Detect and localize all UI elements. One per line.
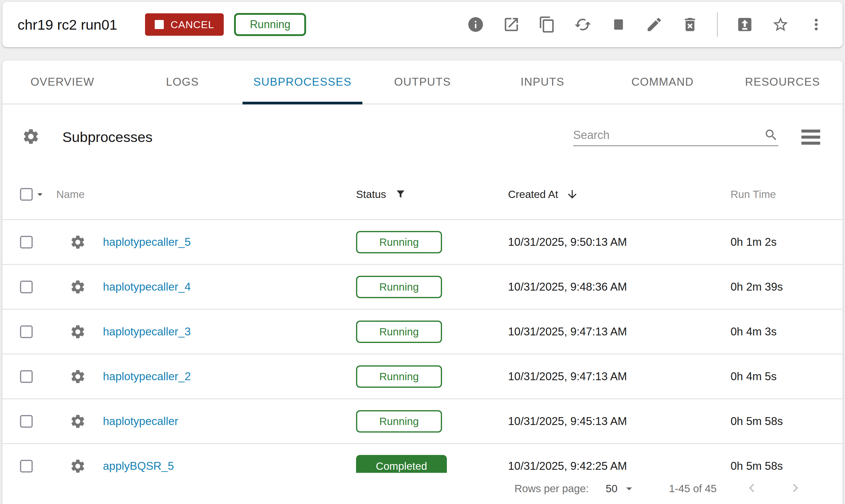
- process-title: chr19 rc2 run01: [18, 16, 117, 33]
- pagination-bar: Rows per page: 50 1-45 of 45: [2, 473, 843, 504]
- row-checkbox[interactable]: [20, 236, 33, 249]
- filter-icon[interactable]: [395, 189, 406, 200]
- row-status-badge: Running: [356, 321, 442, 343]
- row-run-time: 0h 5m 58s: [731, 460, 783, 472]
- table-row[interactable]: haplotypecaller_5 Running 10/31/2025, 9:…: [2, 220, 843, 265]
- chevron-right-icon: [787, 480, 804, 497]
- status-badge-label: Running: [250, 18, 290, 31]
- search-input[interactable]: [573, 129, 764, 142]
- stop-icon: [155, 20, 164, 29]
- row-checkbox[interactable]: [20, 415, 33, 428]
- star-icon[interactable]: [772, 16, 789, 33]
- row-created-at: 10/31/2025, 9:42:25 AM: [508, 460, 627, 472]
- row-status-badge: Running: [356, 231, 442, 253]
- process-gear-icon: [70, 324, 86, 340]
- tab-logs[interactable]: LOGS: [122, 60, 242, 104]
- refresh-icon[interactable]: [574, 16, 592, 33]
- status-badge: Running: [234, 13, 306, 36]
- subprocesses-panel: OVERVIEW LOGS SUBPROCESSES OUTPUTS INPUT…: [2, 60, 843, 504]
- process-header-bar: chr19 rc2 run01 CANCEL Running: [2, 2, 843, 47]
- row-status-badge: Running: [356, 276, 442, 298]
- row-created-at: 10/31/2025, 9:47:13 AM: [508, 325, 627, 338]
- more-vert-icon[interactable]: [807, 16, 825, 33]
- process-name-link[interactable]: applyBQSR_5: [103, 460, 174, 472]
- column-header-name[interactable]: Name: [56, 188, 85, 200]
- row-run-time: 0h 2m 39s: [731, 281, 783, 293]
- cancel-button-label: CANCEL: [170, 19, 214, 31]
- rows-per-page-value: 50: [606, 483, 617, 494]
- copy-icon[interactable]: [538, 16, 556, 33]
- tab-resources[interactable]: RESOURCES: [723, 60, 843, 104]
- row-checkbox[interactable]: [20, 325, 33, 338]
- row-status-badge: Completed: [356, 455, 447, 473]
- row-status-badge: Running: [356, 365, 442, 388]
- header-action-toolbar: [467, 13, 825, 37]
- sort-desc-icon[interactable]: [566, 188, 579, 201]
- table-row[interactable]: haplotypecaller_3 Running 10/31/2025, 9:…: [2, 310, 843, 355]
- edit-icon[interactable]: [646, 16, 663, 33]
- tab-overview[interactable]: OVERVIEW: [2, 60, 122, 104]
- table-row[interactable]: applyBQSR_5 Completed 10/31/2025, 9:42:2…: [2, 444, 843, 473]
- row-created-at: 10/31/2025, 9:47:13 AM: [508, 370, 627, 383]
- row-created-at: 10/31/2025, 9:45:13 AM: [508, 415, 627, 428]
- toolbar-divider: [717, 13, 718, 37]
- rows-per-page-select[interactable]: 50: [606, 482, 636, 496]
- process-name-link[interactable]: haplotypecaller: [103, 415, 178, 428]
- row-checkbox[interactable]: [20, 460, 33, 472]
- next-page-button[interactable]: [787, 480, 804, 497]
- process-name-link[interactable]: haplotypecaller_5: [103, 236, 191, 249]
- row-status-badge: Running: [356, 410, 442, 433]
- chevron-left-icon: [743, 480, 760, 497]
- column-header-created-at[interactable]: Created At: [508, 188, 558, 200]
- table-body: haplotypecaller_5 Running 10/31/2025, 9:…: [2, 220, 843, 473]
- subprocesses-toolbar: Subprocesses: [2, 104, 843, 169]
- column-header-status[interactable]: Status: [356, 188, 386, 200]
- row-created-at: 10/31/2025, 9:48:36 AM: [508, 281, 627, 293]
- row-created-at: 10/31/2025, 9:50:13 AM: [508, 236, 627, 249]
- hamburger-menu-icon[interactable]: [802, 129, 820, 145]
- upload-icon[interactable]: [736, 16, 754, 33]
- table-row[interactable]: haplotypecaller_2 Running 10/31/2025, 9:…: [2, 355, 843, 399]
- tab-outputs[interactable]: OUTPUTS: [362, 60, 482, 104]
- cancel-button[interactable]: CANCEL: [145, 13, 224, 36]
- previous-page-button[interactable]: [743, 480, 760, 497]
- tab-command[interactable]: COMMAND: [603, 60, 722, 104]
- table-header-row: Name Status Created At Run Time: [2, 169, 843, 220]
- row-checkbox[interactable]: [20, 281, 33, 293]
- tab-subprocesses[interactable]: SUBPROCESSES: [242, 60, 362, 104]
- process-gear-icon: [70, 458, 86, 473]
- process-gear-icon: [70, 279, 86, 295]
- row-checkbox[interactable]: [20, 370, 33, 383]
- search-icon[interactable]: [764, 128, 778, 142]
- search-box: [573, 128, 778, 146]
- row-run-time: 0h 4m 5s: [731, 370, 777, 383]
- table-row[interactable]: haplotypecaller Running 10/31/2025, 9:45…: [2, 399, 843, 444]
- select-all-caret-icon[interactable]: [34, 188, 46, 200]
- rows-per-page-label: Rows per page:: [515, 483, 589, 494]
- tab-inputs[interactable]: INPUTS: [483, 60, 603, 104]
- process-gear-icon: [70, 234, 86, 250]
- process-name-link[interactable]: haplotypecaller_3: [103, 325, 191, 338]
- row-run-time: 0h 4m 3s: [731, 325, 777, 338]
- pagination-range-label: 1-45 of 45: [669, 483, 717, 494]
- process-gear-icon: [70, 368, 86, 385]
- row-run-time: 0h 5m 58s: [731, 415, 783, 428]
- section-title: Subprocesses: [62, 129, 152, 145]
- delete-icon[interactable]: [681, 16, 699, 33]
- process-name-link[interactable]: haplotypecaller_2: [103, 370, 191, 383]
- process-name-link[interactable]: haplotypecaller_4: [103, 281, 191, 293]
- select-all-checkbox[interactable]: [20, 188, 33, 201]
- table-row[interactable]: haplotypecaller_4 Running 10/31/2025, 9:…: [2, 265, 843, 310]
- tab-bar: OVERVIEW LOGS SUBPROCESSES OUTPUTS INPUT…: [2, 60, 843, 104]
- rows-per-page-caret-icon: [622, 482, 636, 496]
- column-header-run-time[interactable]: Run Time: [731, 188, 776, 200]
- gear-icon: [22, 127, 40, 147]
- process-gear-icon: [70, 413, 86, 430]
- open-in-new-icon[interactable]: [503, 16, 520, 33]
- row-run-time: 0h 1m 2s: [731, 236, 777, 249]
- stop-process-icon[interactable]: [610, 16, 627, 33]
- info-icon[interactable]: [467, 16, 484, 33]
